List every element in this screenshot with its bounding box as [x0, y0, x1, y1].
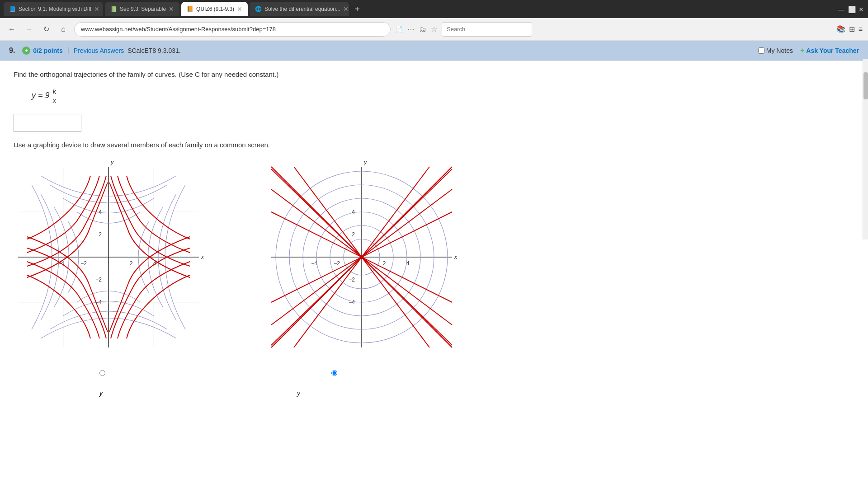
- ask-teacher-label: Ask Your Teacher: [806, 47, 859, 54]
- close-window-button[interactable]: ✕: [858, 6, 864, 12]
- radio-row: [14, 370, 854, 376]
- svg-text:2: 2: [130, 260, 133, 267]
- svg-text:2: 2: [383, 260, 386, 267]
- radio-input-2[interactable]: [331, 370, 337, 376]
- eq-denominator: x: [52, 96, 57, 105]
- points-icon: +: [22, 47, 30, 55]
- my-notes-label: My Notes: [766, 47, 793, 54]
- right-graph-svg: −4 −2 2 4 4 2 −2 −4 x y: [267, 158, 457, 357]
- notes-checkbox[interactable]: [758, 47, 764, 54]
- tab4-icon: 🌐: [255, 6, 262, 12]
- tab4-label: Solve the differential equation...: [264, 6, 340, 12]
- address-input[interactable]: [74, 22, 391, 37]
- right-graph-wrapper: −4 −2 2 4 4 2 −2 −4 x y: [267, 158, 457, 357]
- svg-text:4: 4: [99, 209, 102, 215]
- radio-option-1[interactable]: [99, 370, 105, 376]
- tab4-close[interactable]: ✕: [343, 5, 349, 13]
- address-bar: ← → ↻ ⌂ 📄 ⋯ 🗂 ☆ 📚 ⊞ ≡: [0, 18, 868, 41]
- svg-text:y: y: [110, 159, 114, 165]
- svg-text:−2: −2: [95, 277, 102, 283]
- tab-sec93[interactable]: 📗 Sec 9.3: Separable ✕: [105, 2, 179, 16]
- svg-text:x: x: [454, 253, 457, 260]
- new-tab-button[interactable]: +: [351, 3, 363, 15]
- reload-button[interactable]: ↻: [40, 23, 52, 36]
- pocket-icon[interactable]: 🗂: [419, 25, 426, 33]
- minimize-button[interactable]: —: [838, 6, 844, 12]
- bookmark-icon[interactable]: ⋯: [407, 25, 415, 33]
- tab-quiz6[interactable]: 📙 QUIZ6 (9.1-9.3) ✕: [181, 2, 248, 16]
- problem-instruction: Find the orthogonal trajectories of the …: [14, 70, 854, 80]
- ask-teacher-plus-icon: +: [800, 47, 804, 55]
- tab3-close[interactable]: ✕: [237, 5, 242, 13]
- toolbar-icons: 📚 ⊞ ≡: [836, 25, 863, 33]
- forward-button[interactable]: →: [23, 23, 35, 36]
- tab3-icon: 📙: [187, 6, 193, 12]
- svg-text:−2: −2: [349, 277, 355, 283]
- menu-icon[interactable]: ≡: [859, 25, 863, 33]
- svg-point-46: [360, 255, 363, 259]
- svg-text:4: 4: [352, 209, 355, 215]
- tab3-label: QUIZ6 (9.1-9.3): [196, 6, 234, 12]
- tab-section91[interactable]: 📘 Section 9.1: Modeling with Diff ✕: [4, 2, 103, 16]
- reader-mode-icon: 📄: [395, 26, 403, 33]
- left-graph-svg: −4 −2 2 4 4 2 −2 −4 x y: [14, 158, 203, 357]
- question-bar: 9. + 0/2 points | Previous Answers SCalc…: [0, 41, 868, 61]
- tab-solve[interactable]: 🌐 Solve the differential equation... ✕: [250, 2, 349, 16]
- scrollbar[interactable]: [863, 59, 868, 239]
- library-icon[interactable]: 📚: [836, 25, 845, 33]
- bottom-right-y-label: y: [297, 389, 300, 397]
- tab2-icon: 📗: [110, 6, 117, 12]
- tab1-close[interactable]: ✕: [94, 5, 99, 13]
- tab1-label: Section 9.1: Modeling with Diff: [19, 6, 91, 12]
- svg-text:−2: −2: [334, 260, 340, 267]
- main-content: Find the orthogonal trajectories of the …: [0, 61, 868, 488]
- left-graph-wrapper: −4 −2 2 4 4 2 −2 −4 x y: [14, 158, 203, 357]
- svg-text:x: x: [201, 253, 203, 260]
- equation-display: y = 9 k x: [32, 87, 854, 105]
- graphing-instruction: Use a graphing device to draw several me…: [14, 141, 854, 149]
- my-notes-button[interactable]: My Notes: [758, 47, 793, 54]
- radio-option-2[interactable]: [331, 370, 337, 376]
- tab2-label: Sec 9.3: Separable: [120, 6, 166, 12]
- title-bar: 📘 Section 9.1: Modeling with Diff ✕ 📗 Se…: [0, 0, 868, 18]
- tab1-icon: 📘: [9, 6, 16, 12]
- search-input[interactable]: [442, 22, 532, 37]
- svg-text:−4: −4: [349, 299, 355, 305]
- bottom-left-y-label: y: [99, 389, 103, 397]
- graphs-container: −4 −2 2 4 4 2 −2 −4 x y: [14, 158, 854, 357]
- window-controls: — ⬜ ✕: [838, 6, 864, 12]
- points-text: 0/2 points: [33, 47, 62, 54]
- star-icon[interactable]: ☆: [431, 25, 437, 33]
- radio-input-1[interactable]: [99, 370, 105, 376]
- answer-input[interactable]: [14, 114, 81, 132]
- back-button[interactable]: ←: [5, 23, 18, 36]
- maximize-button[interactable]: ⬜: [848, 6, 854, 12]
- home-button[interactable]: ⌂: [57, 23, 70, 36]
- previous-answers-link[interactable]: Previous Answers: [74, 47, 124, 54]
- separator: |: [67, 47, 69, 55]
- svg-text:y: y: [363, 159, 368, 165]
- sidebar-icon[interactable]: ⊞: [849, 25, 855, 33]
- ask-teacher-button[interactable]: + Ask Your Teacher: [800, 47, 859, 55]
- scrollbar-thumb[interactable]: [863, 72, 868, 99]
- svg-text:2: 2: [99, 231, 102, 238]
- problem-code: SCalcET8 9.3.031.: [127, 47, 181, 54]
- tab2-close[interactable]: ✕: [169, 5, 174, 13]
- eq-y: y: [32, 91, 36, 100]
- svg-text:−2: −2: [80, 260, 87, 267]
- eq-numerator: k: [52, 87, 57, 96]
- equation-fraction: k x: [52, 87, 57, 105]
- eq-equals: = 9: [38, 91, 50, 100]
- svg-text:2: 2: [352, 231, 355, 238]
- question-number: 9.: [9, 47, 15, 55]
- question-bar-right: My Notes + Ask Your Teacher: [758, 47, 859, 55]
